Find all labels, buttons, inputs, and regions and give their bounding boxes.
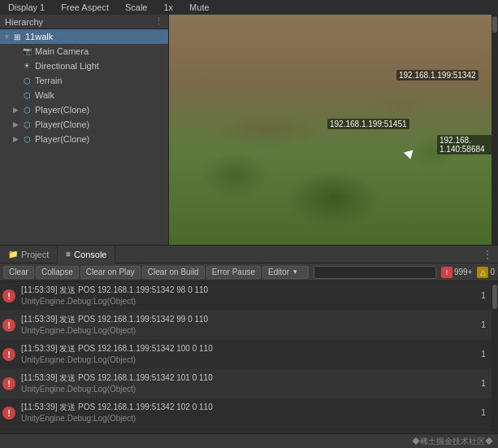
log-count-2: 1 [475, 311, 492, 339]
hierarchy-item-player-clone-3[interactable]: ▶ ⬡ Player(Clone) [0, 132, 168, 146]
hierarchy-title: Hierarchy [5, 17, 43, 27]
scene-view[interactable]: 192.168.1.199:51342 192.168.1.199:51451 … [169, 15, 498, 245]
clear-build-button[interactable]: Clear on Build [142, 266, 205, 279]
aspect-label: Free Aspect [56, 2, 114, 12]
bottom-panel: 📁 Project ≡ Console ⋮ Clear Collapse Cle… [0, 245, 498, 448]
terrain-overlay [169, 15, 498, 245]
hierarchy-item-terrain[interactable]: ⬡ Terrain [0, 73, 168, 88]
bottom-tabs: 📁 Project ≡ Console ⋮ [0, 246, 498, 263]
walk-icon: ⬡ [21, 89, 32, 101]
clear-on-play-button[interactable]: Clear on Play [80, 266, 141, 279]
expand-arrow-player1: ▶ [13, 106, 21, 114]
network-label-1: 192.168.1.199:51342 [396, 70, 479, 80]
log-text-1: [11:53:39] 发送 POS 192.168.1.199:51342 98… [21, 285, 472, 296]
error-badge: ! 999+ [441, 267, 473, 278]
error-circle-2: ! [2, 319, 15, 332]
console-scrollbar-thumb [492, 285, 497, 309]
editor-dropdown[interactable]: Editor ▼ [262, 266, 309, 279]
player3-icon: ⬡ [21, 133, 32, 145]
scale-label: Scale [120, 2, 153, 12]
log-icon-5: ! [0, 398, 18, 427]
project-icon: 📁 [8, 250, 18, 259]
log-content-3: [11:53:39] 发送 POS 192.168.1.199:51342 10… [18, 340, 475, 368]
console-toolbar: Clear Collapse Clear on Play Clear on Bu… [0, 263, 498, 281]
scale-value: 1x [158, 2, 178, 12]
log-entry-1[interactable]: ! [11:53:39] 发送 POS 192.168.1.199:51342 … [0, 281, 492, 311]
watermark-text: ◆稀土掘金技术社区◆ [412, 436, 493, 447]
expand-arrow-player3: ▶ [13, 135, 21, 143]
log-content-5: [11:53:39] 发送 POS 192.168.1.199:51342 10… [18, 398, 475, 427]
console-icon: ≡ [66, 250, 71, 259]
hierarchy-item-directional-light[interactable]: ☀ Directional Light [0, 59, 168, 73]
console-scrollbar[interactable] [492, 281, 498, 433]
log-sub-1: UnityEngine.Debug:Log(Object) [21, 296, 472, 307]
log-entry-5[interactable]: ! [11:53:39] 发送 POS 192.168.1.199:51342 … [0, 398, 492, 428]
error-pause-button[interactable]: Error Pause [206, 266, 261, 279]
expand-arrow-terrain [13, 76, 21, 85]
log-count-5: 1 [475, 398, 492, 427]
log-entry-4[interactable]: ! [11:53:39] 发送 POS 192.168.1.199:51342 … [0, 369, 492, 398]
expand-arrow-camera [13, 47, 21, 55]
hierarchy-panel: Hierarchy ⋮ ▼ ⊞ 11walk ⋮ 📷 Main Camera ☀… [0, 15, 169, 245]
warn-badge-count: 0 [490, 267, 495, 276]
log-count-3: 1 [475, 340, 492, 368]
light-icon: ☀ [21, 60, 32, 72]
hierarchy-label-player-clone-1: Player(Clone) [35, 105, 89, 115]
hierarchy-label-directional-light: Directional Light [35, 61, 99, 71]
player2-icon: ⬡ [21, 119, 32, 130]
network-label-2: 192.168.1.199:51451 [327, 119, 409, 129]
editor-chevron: ▼ [292, 268, 298, 276]
clear-button[interactable]: Clear [3, 266, 34, 279]
hierarchy-more-icon[interactable]: ⋮ [154, 16, 163, 27]
bottom-status: ◆稀土掘金技术社区◆ [0, 433, 498, 448]
error-circle-3: ! [2, 348, 15, 361]
console-log-wrapper: ! [11:53:39] 发送 POS 192.168.1.199:51342 … [0, 281, 498, 433]
hierarchy-item-walk[interactable]: ⬡ Walk [0, 88, 168, 102]
hierarchy-label-player-clone-2: Player(Clone) [35, 120, 89, 129]
log-entry-3[interactable]: ! [11:53:39] 发送 POS 192.168.1.199:51342 … [0, 340, 492, 369]
log-content-1: [11:53:39] 发送 POS 192.168.1.199:51342 98… [18, 281, 475, 310]
log-text-3: [11:53:39] 发送 POS 192.168.1.199:51342 10… [21, 343, 472, 354]
hierarchy-item-11walk[interactable]: ▼ ⊞ 11walk ⋮ [0, 29, 168, 44]
scene-scrollbar-thumb [492, 16, 497, 33]
log-icon-4: ! [0, 369, 18, 398]
log-text-5: [11:53:39] 发送 POS 192.168.1.199:51342 10… [21, 402, 472, 413]
console-search-input[interactable] [314, 266, 436, 279]
expand-arrow-walk [13, 91, 21, 99]
editor-label: Editor [268, 267, 289, 276]
warn-badge-icon: △ [477, 267, 488, 278]
camera-icon: 📷 [21, 46, 32, 57]
bottom-more-icon[interactable]: ⋮ [477, 248, 498, 261]
warn-badge: △ 0 [477, 267, 495, 278]
log-count-1: 1 [475, 281, 492, 310]
tab-project-label: Project [21, 250, 49, 259]
hierarchy-item-main-camera[interactable]: 📷 Main Camera [0, 44, 168, 59]
error-circle-5: ! [2, 407, 15, 420]
log-count-4: 1 [475, 369, 492, 398]
log-icon-3: ! [0, 340, 18, 368]
hierarchy-label-11walk: 11walk [25, 32, 53, 41]
hierarchy-more-btn[interactable]: ⋮ [160, 33, 168, 41]
error-circle-1: ! [2, 289, 15, 302]
console-log[interactable]: ! [11:53:39] 发送 POS 192.168.1.199:51342 … [0, 281, 492, 433]
hierarchy-label-terrain: Terrain [35, 76, 63, 85]
hierarchy-label-walk: Walk [35, 90, 54, 100]
log-icon-2: ! [0, 311, 18, 339]
expand-arrow-light [13, 62, 21, 70]
expand-arrow-11walk: ▼ [3, 33, 11, 41]
scene-scrollbar[interactable] [492, 15, 498, 245]
log-sub-2: UnityEngine.Debug:Log(Object) [21, 325, 472, 337]
hierarchy-item-player-clone-2[interactable]: ▶ ⬡ Player(Clone) [0, 117, 168, 132]
log-entry-2[interactable]: ! [11:53:39] 发送 POS 192.168.1.199:51342 … [0, 311, 492, 340]
error-circle-4: ! [2, 377, 15, 390]
tab-project[interactable]: 📁 Project [0, 246, 58, 263]
hierarchy-item-player-clone-1[interactable]: ▶ ⬡ Player(Clone) [0, 102, 168, 117]
tab-console[interactable]: ≡ Console [58, 246, 115, 263]
log-sub-5: UnityEngine.Debug:Log(Object) [21, 413, 472, 424]
collapse-button[interactable]: Collapse [36, 266, 79, 279]
scene-canvas: 192.168.1.199:51342 192.168.1.199:51451 … [169, 15, 498, 245]
error-badge-count: 999+ [454, 267, 473, 276]
player1-icon: ⬡ [21, 104, 32, 115]
hierarchy-header: Hierarchy ⋮ [0, 15, 168, 29]
expand-arrow-player2: ▶ [13, 120, 21, 128]
